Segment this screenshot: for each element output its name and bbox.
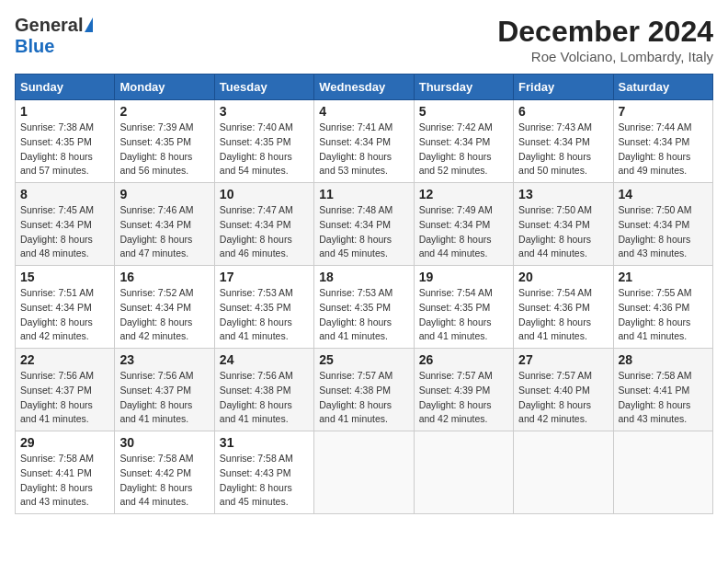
daylight-label: Daylight: 8 hours and 56 minutes. [119,151,192,177]
sunset-label: Sunset: 4:34 PM [518,136,590,147]
daylight-label: Daylight: 8 hours and 41 minutes. [119,399,192,425]
calendar-cell: 20 Sunrise: 7:54 AM Sunset: 4:36 PM Dayl… [514,266,613,349]
daylight-label: Daylight: 8 hours and 57 minutes. [20,151,93,177]
sunset-label: Sunset: 4:38 PM [319,385,391,396]
daylight-label: Daylight: 8 hours and 54 minutes. [220,151,292,177]
sunrise-label: Sunrise: 7:45 AM [20,204,94,215]
calendar-cell: 29 Sunrise: 7:58 AM Sunset: 4:41 PM Dayl… [16,431,115,514]
calendar-week-row: 1 Sunrise: 7:38 AM Sunset: 4:35 PM Dayli… [16,100,713,183]
day-number: 10 [220,187,309,201]
calendar-cell: 1 Sunrise: 7:38 AM Sunset: 4:35 PM Dayli… [16,100,115,183]
sunrise-label: Sunrise: 7:42 AM [419,121,493,132]
header-thursday: Thursday [414,75,513,100]
sunset-label: Sunset: 4:34 PM [119,302,191,313]
daylight-label: Daylight: 8 hours and 42 minutes. [419,399,492,425]
day-info: Sunrise: 7:58 AM Sunset: 4:42 PM Dayligh… [119,452,209,510]
day-number: 3 [220,104,309,119]
sunrise-label: Sunrise: 7:39 AM [119,121,193,132]
day-info: Sunrise: 7:40 AM Sunset: 4:35 PM Dayligh… [220,121,309,178]
sunset-label: Sunset: 4:35 PM [319,302,391,313]
daylight-label: Daylight: 8 hours and 43 minutes. [20,482,93,508]
sunrise-label: Sunrise: 7:51 AM [20,287,94,298]
header-wednesday: Wednesday [314,75,414,100]
daylight-label: Daylight: 8 hours and 44 minutes. [119,482,192,508]
logo-triangle-icon [85,17,93,32]
sunrise-label: Sunrise: 7:56 AM [220,370,293,381]
day-number: 29 [20,435,109,450]
header-friday: Friday [514,75,613,100]
calendar-table: Sunday Monday Tuesday Wednesday Thursday… [15,74,713,514]
day-number: 19 [419,270,508,284]
title-block: December 2024 Roe Volciano, Lombardy, It… [497,15,713,64]
sunset-label: Sunset: 4:34 PM [319,136,391,147]
calendar-cell: 27 Sunrise: 7:57 AM Sunset: 4:40 PM Dayl… [514,349,613,431]
sunset-label: Sunset: 4:35 PM [419,302,491,313]
day-number: 25 [319,352,408,367]
logo-blue: Blue [15,36,54,56]
day-info: Sunrise: 7:45 AM Sunset: 4:34 PM Dayligh… [20,203,109,261]
sunset-label: Sunset: 4:43 PM [220,467,291,478]
calendar-cell [314,431,414,514]
calendar-cell: 2 Sunrise: 7:39 AM Sunset: 4:35 PM Dayli… [115,100,214,183]
day-number: 27 [518,352,608,367]
day-number: 12 [419,187,508,201]
calendar-week-row: 8 Sunrise: 7:45 AM Sunset: 4:34 PM Dayli… [16,183,713,266]
sunrise-label: Sunrise: 7:56 AM [119,370,193,381]
calendar-cell: 15 Sunrise: 7:51 AM Sunset: 4:34 PM Dayl… [16,266,115,349]
calendar-cell: 18 Sunrise: 7:53 AM Sunset: 4:35 PM Dayl… [314,266,414,349]
daylight-label: Daylight: 8 hours and 41 minutes. [220,316,292,342]
calendar-cell: 24 Sunrise: 7:56 AM Sunset: 4:38 PM Dayl… [214,349,313,431]
sunset-label: Sunset: 4:39 PM [419,385,491,396]
day-info: Sunrise: 7:56 AM Sunset: 4:37 PM Dayligh… [20,369,109,427]
sunset-label: Sunset: 4:34 PM [20,219,92,230]
calendar-cell: 6 Sunrise: 7:43 AM Sunset: 4:34 PM Dayli… [514,100,613,183]
sunset-label: Sunset: 4:35 PM [20,136,92,147]
calendar-cell: 22 Sunrise: 7:56 AM Sunset: 4:37 PM Dayl… [16,349,115,431]
sunset-label: Sunset: 4:42 PM [119,467,191,478]
sunrise-label: Sunrise: 7:58 AM [220,453,293,464]
sunset-label: Sunset: 4:35 PM [119,136,191,147]
calendar-cell [414,431,513,514]
day-number: 23 [119,352,209,367]
day-info: Sunrise: 7:50 AM Sunset: 4:34 PM Dayligh… [619,203,708,261]
sunset-label: Sunset: 4:35 PM [220,136,291,147]
sunset-label: Sunset: 4:34 PM [20,302,92,313]
header-saturday: Saturday [613,75,712,100]
day-info: Sunrise: 7:53 AM Sunset: 4:35 PM Dayligh… [220,286,309,344]
day-info: Sunrise: 7:57 AM Sunset: 4:38 PM Dayligh… [319,369,408,427]
day-info: Sunrise: 7:56 AM Sunset: 4:38 PM Dayligh… [220,369,309,427]
day-number: 15 [20,270,109,284]
calendar-cell [613,431,712,514]
daylight-label: Daylight: 8 hours and 43 minutes. [619,399,691,425]
sunrise-label: Sunrise: 7:56 AM [20,370,94,381]
day-info: Sunrise: 7:54 AM Sunset: 4:35 PM Dayligh… [419,286,508,344]
daylight-label: Daylight: 8 hours and 41 minutes. [518,316,591,342]
day-info: Sunrise: 7:47 AM Sunset: 4:34 PM Dayligh… [220,203,309,261]
day-info: Sunrise: 7:48 AM Sunset: 4:34 PM Dayligh… [319,203,408,261]
calendar-cell: 21 Sunrise: 7:55 AM Sunset: 4:36 PM Dayl… [613,266,712,349]
day-info: Sunrise: 7:39 AM Sunset: 4:35 PM Dayligh… [119,121,209,178]
sunrise-label: Sunrise: 7:58 AM [20,453,94,464]
sunset-label: Sunset: 4:41 PM [619,385,690,396]
header-tuesday: Tuesday [214,75,313,100]
daylight-label: Daylight: 8 hours and 44 minutes. [518,234,591,259]
calendar-week-row: 29 Sunrise: 7:58 AM Sunset: 4:41 PM Dayl… [16,431,713,514]
calendar-cell: 28 Sunrise: 7:58 AM Sunset: 4:41 PM Dayl… [613,349,712,431]
sunrise-label: Sunrise: 7:58 AM [619,370,692,381]
sunrise-label: Sunrise: 7:54 AM [419,287,493,298]
calendar-cell: 31 Sunrise: 7:58 AM Sunset: 4:43 PM Dayl… [214,431,313,514]
day-number: 22 [20,352,109,367]
day-number: 17 [220,270,309,284]
sunrise-label: Sunrise: 7:44 AM [619,121,692,132]
day-number: 2 [119,104,209,119]
sunrise-label: Sunrise: 7:57 AM [518,370,592,381]
day-number: 18 [319,270,408,284]
sunrise-label: Sunrise: 7:43 AM [518,121,592,132]
daylight-label: Daylight: 8 hours and 41 minutes. [20,399,93,425]
day-number: 1 [20,104,109,119]
daylight-label: Daylight: 8 hours and 41 minutes. [319,316,392,342]
day-info: Sunrise: 7:46 AM Sunset: 4:34 PM Dayligh… [119,203,209,261]
sunset-label: Sunset: 4:34 PM [220,219,291,230]
daylight-label: Daylight: 8 hours and 47 minutes. [119,234,192,259]
logo: General Blue [15,15,93,57]
